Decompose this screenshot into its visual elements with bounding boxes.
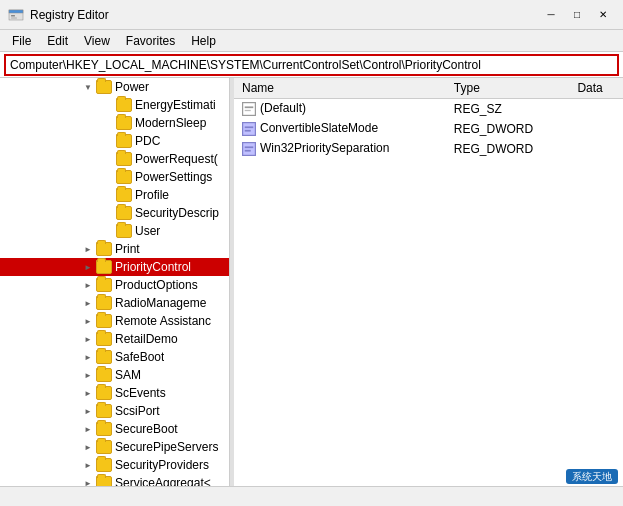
app-title: Registry Editor (30, 8, 109, 22)
table-row[interactable]: (Default)REG_SZ (234, 99, 623, 119)
registry-table: Name Type Data (Default)REG_SZConvertibl… (234, 78, 623, 159)
tree-label: ServiceAggregat< (115, 476, 211, 486)
tree-item[interactable]: EnergyEstimati (0, 96, 229, 114)
tree-panel: ▼PowerEnergyEstimatiModernSleepPDCPowerR… (0, 78, 230, 486)
tree-expander[interactable]: ▼ (80, 79, 96, 95)
tree-item[interactable]: ▼Power (0, 78, 229, 96)
cell-type: REG_DWORD (446, 139, 570, 159)
svg-rect-11 (245, 146, 254, 148)
tree-expander[interactable] (100, 205, 116, 221)
svg-rect-12 (245, 150, 251, 152)
tree-item[interactable]: ►ScsiPort (0, 402, 229, 420)
cell-name: (Default) (234, 99, 446, 119)
tree-expander[interactable]: ► (80, 277, 96, 293)
tree-expander[interactable] (100, 115, 116, 131)
svg-rect-3 (11, 17, 17, 18)
tree-label: Remote Assistanc (115, 314, 211, 328)
svg-rect-8 (245, 126, 254, 128)
tree-expander[interactable]: ► (80, 457, 96, 473)
dword-icon (242, 122, 256, 136)
tree-item[interactable]: ►Print (0, 240, 229, 258)
tree-item[interactable]: ►RetailDemo (0, 330, 229, 348)
svg-rect-4 (243, 103, 255, 115)
tree-item[interactable]: PDC (0, 132, 229, 150)
tree-item[interactable]: ►SafeBoot (0, 348, 229, 366)
sz-icon (242, 102, 256, 116)
tree-item[interactable]: SecurityDescrip (0, 204, 229, 222)
tree-label: Profile (135, 188, 169, 202)
folder-icon (116, 116, 132, 130)
tree-item[interactable]: ►SAM (0, 366, 229, 384)
tree-expander[interactable]: ► (80, 385, 96, 401)
tree-expander[interactable]: ► (80, 331, 96, 347)
tree-item[interactable]: ►SecurityProviders (0, 456, 229, 474)
menu-item-view[interactable]: View (76, 32, 118, 50)
tree-item[interactable]: PowerRequest( (0, 150, 229, 168)
table-row[interactable]: ConvertibleSlateModeREG_DWORD (234, 119, 623, 139)
tree-item[interactable]: ►ServiceAggregat< (0, 474, 229, 486)
watermark: 系统天地 (566, 469, 618, 484)
table-row[interactable]: Win32PrioritySeparationREG_DWORD (234, 139, 623, 159)
tree-label: Print (115, 242, 140, 256)
tree-label: PowerSettings (135, 170, 212, 184)
tree-expander[interactable]: ► (80, 241, 96, 257)
svg-rect-10 (243, 143, 255, 155)
tree-item[interactable]: ►SecureBoot (0, 420, 229, 438)
folder-icon (96, 422, 112, 436)
minimize-button[interactable]: ─ (539, 5, 563, 25)
address-input[interactable] (4, 54, 619, 76)
tree-expander[interactable]: ► (80, 367, 96, 383)
tree-item[interactable]: Profile (0, 186, 229, 204)
tree-item[interactable]: ►RadioManageme (0, 294, 229, 312)
tree-expander[interactable] (100, 133, 116, 149)
tree-item[interactable]: ►SecurePipeServers (0, 438, 229, 456)
menu-item-edit[interactable]: Edit (39, 32, 76, 50)
tree-expander[interactable]: ► (80, 421, 96, 437)
tree-item[interactable]: ►ProductOptions (0, 276, 229, 294)
folder-icon (96, 296, 112, 310)
tree-expander[interactable] (100, 223, 116, 239)
tree-expander[interactable]: ► (80, 475, 96, 486)
tree-expander[interactable] (100, 187, 116, 203)
dword-icon (242, 142, 256, 156)
tree-label: SecurityDescrip (135, 206, 219, 220)
svg-rect-9 (245, 130, 251, 132)
svg-rect-2 (11, 15, 15, 17)
menu-item-help[interactable]: Help (183, 32, 224, 50)
tree-item[interactable]: ►ScEvents (0, 384, 229, 402)
close-button[interactable]: ✕ (591, 5, 615, 25)
tree-expander[interactable] (100, 151, 116, 167)
maximize-button[interactable]: □ (565, 5, 589, 25)
tree-item[interactable]: PowerSettings (0, 168, 229, 186)
tree-expander[interactable] (100, 97, 116, 113)
tree-expander[interactable] (100, 169, 116, 185)
tree-expander[interactable]: ► (80, 349, 96, 365)
folder-icon (96, 332, 112, 346)
folder-icon (96, 476, 112, 486)
folder-icon (116, 206, 132, 220)
folder-icon (96, 278, 112, 292)
menu-item-file[interactable]: File (4, 32, 39, 50)
svg-rect-6 (245, 110, 251, 111)
tree-item[interactable]: ►PriorityControl (0, 258, 229, 276)
status-bar: 系统天地 (0, 486, 623, 506)
tree-expander[interactable]: ► (80, 439, 96, 455)
cell-name: ConvertibleSlateMode (234, 119, 446, 139)
tree-label: ScsiPort (115, 404, 160, 418)
cell-name: Win32PrioritySeparation (234, 139, 446, 159)
main-content: ▼PowerEnergyEstimatiModernSleepPDCPowerR… (0, 78, 623, 486)
tree-expander[interactable]: ► (80, 295, 96, 311)
menu-item-favorites[interactable]: Favorites (118, 32, 183, 50)
tree-label: SAM (115, 368, 141, 382)
tree-item[interactable]: ModernSleep (0, 114, 229, 132)
tree-label: Power (115, 80, 149, 94)
col-type: Type (446, 78, 570, 99)
folder-icon (96, 242, 112, 256)
tree-item[interactable]: User (0, 222, 229, 240)
folder-icon (96, 260, 112, 274)
tree-item[interactable]: ►Remote Assistanc (0, 312, 229, 330)
folder-icon (116, 152, 132, 166)
tree-expander[interactable]: ► (80, 259, 96, 275)
tree-expander[interactable]: ► (80, 313, 96, 329)
tree-expander[interactable]: ► (80, 403, 96, 419)
